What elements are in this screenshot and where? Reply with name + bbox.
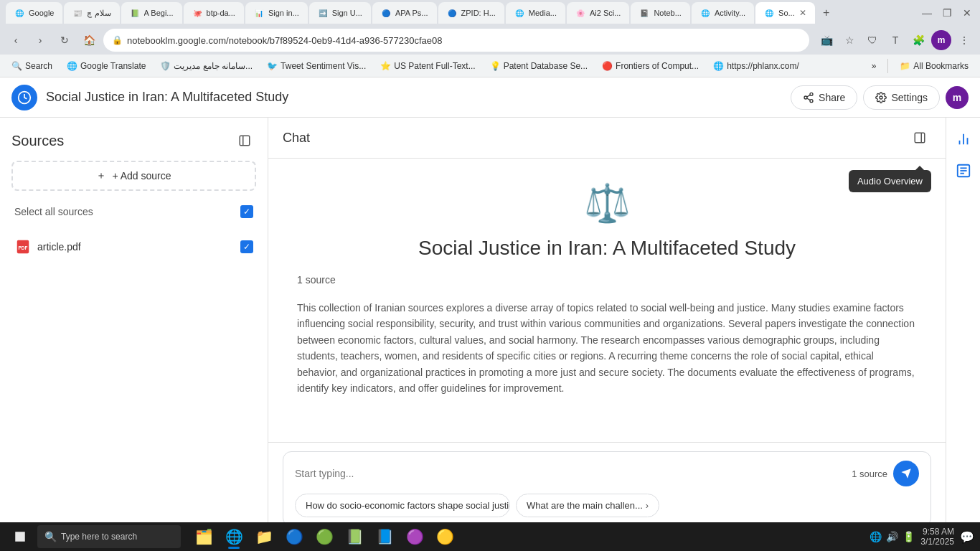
chat-area: Chat Audio Overview ⚖️ Social Justice in…	[268, 118, 946, 551]
bookmark-tweet[interactable]: 🐦 Tweet Sentiment Vis...	[261, 60, 372, 72]
address-icons: 📺 ☆ 🛡 T 🧩 m ⋮	[816, 30, 974, 50]
svg-point-3	[810, 99, 813, 102]
taskbar-app-excel[interactable]: 📗	[340, 523, 369, 550]
audio-overview-tooltip: Audio Overview	[849, 170, 931, 192]
chat-input-box: 1 source How do socio-economic factors s…	[283, 451, 931, 527]
window-controls: — ❐ ✕	[920, 6, 974, 20]
clock[interactable]: 9:58 AM 3/1/2025	[920, 527, 954, 547]
tab-favicon-google: 🌐	[14, 8, 24, 18]
add-source-button[interactable]: ＋ + Add source	[11, 161, 256, 191]
tab-zpid[interactable]: 🔵 ZPID: H...	[438, 2, 504, 24]
taskbar-app-circle[interactable]: 🟢	[310, 523, 339, 550]
svg-point-1	[810, 93, 813, 95]
forward-button[interactable]: ›	[30, 30, 50, 50]
bookmark-phlanx[interactable]: 🌐 https://phlanx.com/	[707, 60, 805, 72]
sidebar-header: Sources	[11, 129, 256, 152]
url-bar[interactable]: 🔒 notebooklm.google.com/notebook/b7f8952…	[103, 29, 809, 52]
minimize-button[interactable]: —	[920, 6, 934, 20]
header-actions: Share Settings m	[791, 85, 969, 110]
reload-button[interactable]: ↻	[55, 30, 75, 50]
tab-apa[interactable]: 🔵 APA Ps...	[372, 2, 437, 24]
clock-date: 3/1/2025	[920, 537, 954, 547]
tab-signup[interactable]: ➡️ Sign U...	[309, 2, 371, 24]
avatar[interactable]: m	[946, 86, 969, 109]
bookmark-search[interactable]: 🔍 Search	[6, 60, 58, 72]
notes-button[interactable]	[951, 158, 976, 184]
taskbar-right: 🌐 🔊 🔋 9:58 AM 3/1/2025 💬	[870, 527, 974, 547]
extensions-icon[interactable]: 🧩	[908, 30, 928, 50]
all-bookmarks-button[interactable]: 📁 All Bookmarks	[894, 60, 974, 72]
share-button[interactable]: Share	[791, 85, 857, 110]
bookmark-patent-db[interactable]: 💡 Patent Database Se...	[484, 60, 593, 72]
tab-ai2sci[interactable]: 🌸 Ai2 Sci...	[567, 2, 629, 24]
bookmarks-more: » 📁 All Bookmarks	[866, 59, 974, 73]
menu-icon[interactable]: ⋮	[954, 30, 974, 50]
tab-btp[interactable]: 🐙 btp-da...	[184, 2, 244, 24]
taskbar-app-explorer[interactable]: 🗂️	[189, 523, 218, 550]
app-container: Social Justice in Iran: A Multifaceted S…	[0, 77, 980, 551]
source-checkbox[interactable]: ✓	[240, 240, 253, 253]
tab-sources[interactable]: 🌐 So... ✕	[755, 2, 815, 24]
shield-icon[interactable]: 🛡	[862, 30, 882, 50]
bookmarks-more-button[interactable]: »	[866, 60, 882, 72]
browser-chrome: 🌐 Google 📰 سلام چ 📗 A Begi... 🐙 btp-da..…	[0, 0, 980, 77]
taskbar-search[interactable]: 🔍 Type here to search	[37, 525, 181, 548]
tab-media[interactable]: 🌐 Media...	[506, 2, 565, 24]
tab-noteb[interactable]: 📓 Noteb...	[631, 2, 690, 24]
system-icons: 🌐 🔊 🔋	[870, 531, 915, 542]
tab-beginners[interactable]: 📗 A Begi...	[121, 2, 182, 24]
sources-title: Sources	[11, 133, 64, 149]
bookmark-frontiers[interactable]: 🔴 Frontiers of Comput...	[596, 60, 705, 72]
taskbar-app-edge[interactable]: 🌐	[220, 523, 248, 550]
cast-icon[interactable]: 📺	[816, 30, 837, 50]
sidebar-toggle-button[interactable]	[233, 129, 256, 152]
select-all-checkbox[interactable]: ✓	[240, 205, 253, 218]
tab-salaam[interactable]: 📰 سلام چ	[64, 2, 119, 24]
back-button[interactable]: ‹	[6, 30, 26, 50]
svg-point-2	[804, 96, 807, 99]
tab-activity[interactable]: 🌐 Activity...	[692, 2, 754, 24]
taskbar-app-files[interactable]: 📁	[250, 523, 278, 550]
taskbar-app-yellow[interactable]: 🟡	[430, 523, 459, 550]
bookmark-farsi[interactable]: 🛡️ سامانه جامع مدیریت...	[154, 60, 258, 72]
tab-google[interactable]: 🌐 Google	[6, 2, 62, 24]
chat-header: Chat	[268, 118, 946, 159]
close-button[interactable]: ✕	[960, 6, 974, 20]
notification-icon[interactable]: 💬	[960, 530, 974, 544]
app-logo	[11, 85, 37, 110]
taskbar-app-blue[interactable]: 🔵	[280, 523, 308, 550]
taskbar-app-word[interactable]: 📘	[370, 523, 399, 550]
source-count: 1 source	[297, 274, 917, 286]
chat-toggle-button[interactable]	[908, 126, 931, 149]
notebook-title: Social Justice in Iran: A Multifaceted S…	[297, 237, 917, 260]
suggestion-chip-2[interactable]: What are the main challen... ›	[516, 494, 659, 517]
bookmark-patent-full[interactable]: ⭐ US Patent Full-Text...	[374, 60, 481, 72]
tab-signin[interactable]: 📊 Sign in...	[245, 2, 308, 24]
address-bar: ‹ › ↻ 🏠 🔒 notebooklm.google.com/notebook…	[0, 26, 980, 55]
battery-icon[interactable]: 🔋	[903, 531, 915, 542]
svg-rect-11	[915, 133, 925, 143]
maximize-button[interactable]: ❐	[940, 6, 954, 20]
network-icon[interactable]: 🌐	[870, 531, 882, 542]
start-button[interactable]	[6, 523, 34, 550]
tab-close-icon[interactable]: ✕	[799, 8, 806, 18]
app-body: Sources ＋ + Add source Select all source…	[0, 118, 980, 551]
bookmark-translate[interactable]: 🌐 Google Translate	[61, 60, 151, 72]
select-all-label: Select all sources	[14, 206, 93, 217]
send-button[interactable]	[893, 461, 919, 486]
taskbar-apps: 🗂️ 🌐 📁 🔵 🟢 📗 📘 🟣 🟡	[189, 523, 459, 550]
audio-overview-button[interactable]	[951, 126, 976, 152]
translate-icon[interactable]: T	[885, 30, 905, 50]
sidebar: Sources ＋ + Add source Select all source…	[0, 118, 268, 551]
chat-input-row: 1 source	[295, 461, 919, 486]
chat-input-field[interactable]	[295, 468, 846, 479]
bookmark-icon[interactable]: ☆	[839, 30, 859, 50]
suggestion-chip-1[interactable]: How do socio-economic factors shape soci…	[295, 494, 510, 517]
volume-icon[interactable]: 🔊	[886, 531, 898, 542]
new-tab-button[interactable]: +	[816, 3, 837, 23]
settings-button[interactable]: Settings	[863, 85, 940, 110]
svg-text:PDF: PDF	[19, 245, 28, 250]
taskbar-app-purple[interactable]: 🟣	[400, 523, 429, 550]
home-button[interactable]: 🏠	[79, 30, 99, 50]
profile-icon[interactable]: m	[931, 30, 951, 50]
